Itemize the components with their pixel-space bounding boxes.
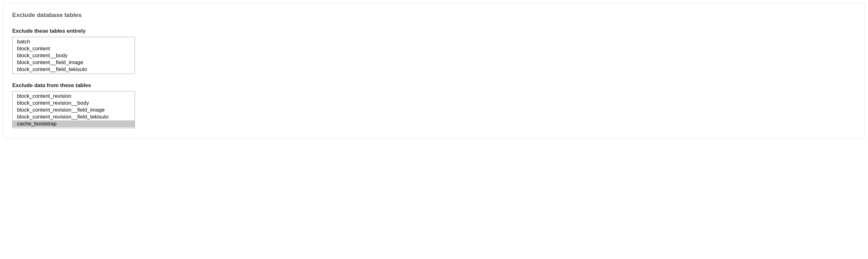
exclude-data-select[interactable]: block_content_revisionblock_content_revi…: [12, 91, 135, 128]
table-option[interactable]: block_content__field_tekisuto: [12, 66, 134, 73]
panel-title: Exclude database tables: [12, 12, 856, 19]
exclude-tables-panel: Exclude database tables Exclude these ta…: [3, 3, 865, 138]
table-option[interactable]: block_content_revision__field_image: [12, 106, 134, 114]
table-option[interactable]: block_content__field_image: [12, 59, 134, 66]
table-option[interactable]: cache_bootstrap: [12, 120, 134, 127]
table-option[interactable]: block_content_revision: [12, 93, 134, 100]
table-option[interactable]: block_content_revision__field_tekisuto: [12, 114, 134, 120]
table-option[interactable]: block_content_revision__body: [12, 100, 134, 106]
table-option[interactable]: block_content: [12, 45, 134, 52]
exclude-entire-field: Exclude these tables entirely batchblock…: [12, 28, 856, 74]
exclude-entire-select[interactable]: batchblock_contentblock_content__bodyblo…: [12, 37, 135, 74]
exclude-data-label: Exclude data from these tables: [12, 83, 856, 89]
table-option[interactable]: batch: [12, 38, 134, 45]
exclude-entire-label: Exclude these tables entirely: [12, 28, 856, 34]
exclude-data-field: Exclude data from these tables block_con…: [12, 83, 856, 129]
table-option[interactable]: block_content__body: [12, 52, 134, 59]
